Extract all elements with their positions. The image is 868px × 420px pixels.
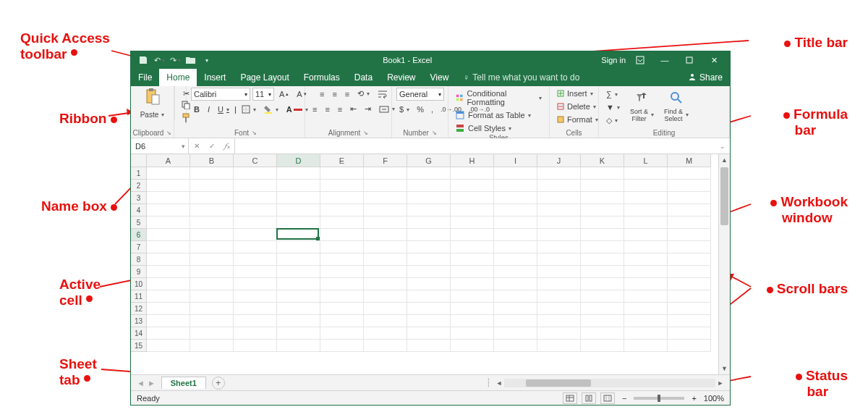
cell[interactable] — [624, 217, 668, 229]
cell[interactable] — [581, 241, 624, 253]
cell[interactable] — [668, 266, 711, 278]
cell[interactable] — [537, 241, 581, 253]
cell[interactable] — [451, 229, 494, 241]
tab-insert[interactable]: Insert — [197, 69, 233, 86]
cell[interactable] — [277, 204, 320, 217]
cell[interactable] — [407, 192, 451, 204]
cell[interactable] — [147, 266, 190, 278]
cell[interactable] — [364, 327, 407, 340]
cell[interactable] — [581, 327, 624, 340]
row-header-12[interactable]: 12 — [131, 303, 147, 315]
maximize-icon[interactable] — [679, 51, 699, 69]
cell[interactable] — [407, 278, 451, 290]
format-cells-button[interactable]: Format — [554, 114, 601, 125]
cell[interactable] — [190, 266, 234, 278]
cell[interactable] — [537, 278, 581, 290]
row-header-14[interactable]: 14 — [131, 327, 147, 340]
cell[interactable] — [147, 290, 190, 303]
wrap-text-icon[interactable] — [375, 88, 391, 100]
cell[interactable] — [277, 315, 320, 327]
cell[interactable] — [451, 192, 494, 204]
cell[interactable] — [277, 180, 320, 192]
vscroll-thumb[interactable] — [720, 167, 728, 225]
cell[interactable] — [320, 315, 364, 327]
cell[interactable] — [190, 204, 234, 217]
cell[interactable] — [537, 303, 581, 315]
cell[interactable] — [494, 327, 537, 340]
cell[interactable] — [537, 192, 581, 204]
font-size-select[interactable]: 11▾ — [252, 88, 274, 101]
border-icon[interactable] — [239, 104, 259, 115]
horizontal-scrollbar[interactable]: ◄ ► — [494, 378, 726, 388]
qat-customize-icon[interactable]: ▾ — [202, 55, 212, 65]
zoom-out-button[interactable]: − — [619, 394, 629, 403]
sort-filter-icon[interactable] — [635, 91, 648, 106]
cell[interactable] — [537, 229, 581, 241]
cell[interactable] — [234, 327, 277, 340]
cell[interactable] — [581, 278, 624, 290]
name-box[interactable]: D6▾ — [131, 138, 189, 154]
font-name-select[interactable]: Calibri▾ — [191, 88, 250, 101]
cell[interactable] — [364, 167, 407, 180]
cell[interactable] — [147, 253, 190, 266]
cell[interactable] — [364, 315, 407, 327]
open-icon[interactable] — [186, 55, 196, 65]
row-header-2[interactable]: 2 — [131, 180, 147, 192]
cell[interactable] — [190, 241, 234, 253]
cell[interactable] — [234, 192, 277, 204]
cell[interactable] — [320, 327, 364, 340]
cell[interactable] — [320, 217, 364, 229]
cell[interactable] — [624, 303, 668, 315]
cell[interactable] — [581, 204, 624, 217]
cell[interactable] — [494, 278, 537, 290]
cell[interactable] — [190, 167, 234, 180]
cell[interactable] — [537, 340, 581, 352]
cell[interactable] — [581, 217, 624, 229]
column-header-A[interactable]: A — [147, 154, 190, 167]
cell[interactable] — [147, 303, 190, 315]
row-header-7[interactable]: 7 — [131, 241, 147, 253]
increase-indent-icon[interactable]: ⇥ — [362, 103, 374, 115]
cell[interactable] — [364, 290, 407, 303]
cell[interactable] — [407, 229, 451, 241]
align-middle-icon[interactable]: ≡ — [329, 88, 339, 100]
underline-button[interactable]: U — [215, 104, 232, 115]
cell[interactable] — [537, 180, 581, 192]
expand-formula-icon[interactable]: ⌄ — [720, 143, 726, 150]
cell[interactable] — [234, 167, 277, 180]
cell[interactable] — [147, 229, 190, 241]
cell[interactable] — [190, 327, 234, 340]
scroll-up-icon[interactable]: ▲ — [719, 154, 730, 166]
column-header-K[interactable]: K — [581, 154, 624, 167]
cell[interactable] — [407, 290, 451, 303]
cell[interactable] — [234, 303, 277, 315]
cell[interactable] — [668, 303, 711, 315]
cell[interactable] — [277, 192, 320, 204]
number-format-select[interactable]: General▾ — [396, 88, 444, 101]
cell[interactable] — [277, 241, 320, 253]
cell[interactable] — [494, 253, 537, 266]
cell[interactable] — [234, 278, 277, 290]
cell[interactable] — [668, 217, 711, 229]
cell[interactable] — [190, 217, 234, 229]
cell[interactable] — [364, 204, 407, 217]
cell[interactable] — [234, 229, 277, 241]
cell[interactable] — [364, 253, 407, 266]
cell[interactable] — [407, 180, 451, 192]
cell[interactable] — [234, 241, 277, 253]
cell[interactable] — [190, 180, 234, 192]
cell[interactable] — [234, 290, 277, 303]
select-all-corner[interactable] — [131, 154, 147, 167]
align-right-icon[interactable]: ≡ — [335, 103, 345, 115]
cell[interactable] — [407, 217, 451, 229]
cell[interactable] — [668, 204, 711, 217]
cell[interactable] — [320, 180, 364, 192]
cell[interactable] — [451, 303, 494, 315]
cell[interactable] — [581, 303, 624, 315]
cell[interactable] — [624, 204, 668, 217]
conditional-formatting-button[interactable]: Conditional Formatting — [453, 88, 545, 108]
cell[interactable] — [537, 266, 581, 278]
cell[interactable] — [190, 290, 234, 303]
copy-icon[interactable] — [182, 101, 190, 111]
cell[interactable] — [494, 340, 537, 352]
